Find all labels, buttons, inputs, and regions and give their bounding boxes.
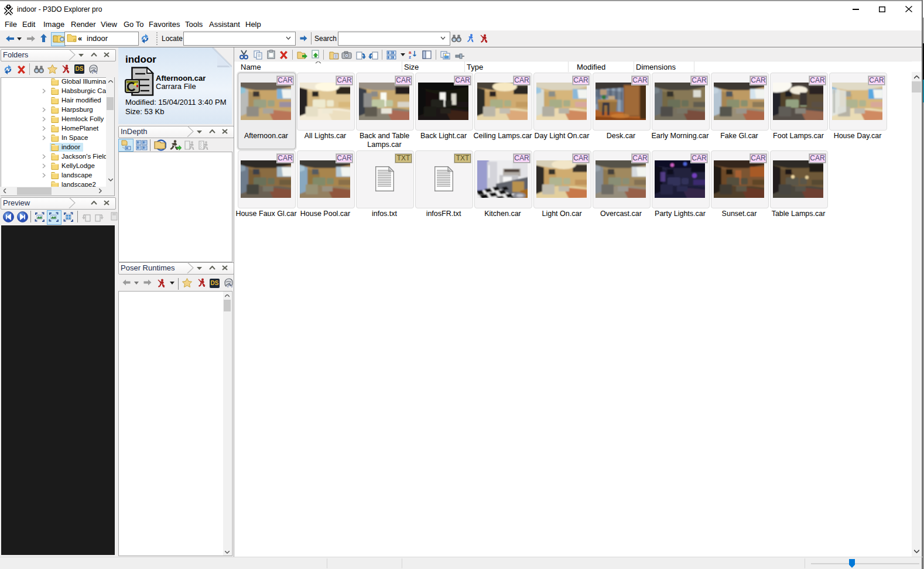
svg-text:z: z bbox=[409, 54, 411, 59]
